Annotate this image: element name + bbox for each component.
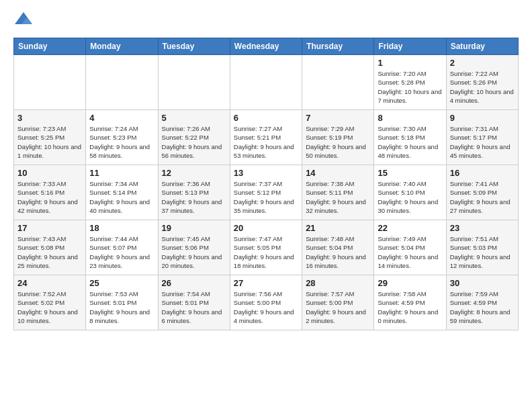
calendar-cell: 20Sunrise: 7:47 AM Sunset: 5:05 PM Dayli… — [230, 220, 302, 275]
calendar-cell: 5Sunrise: 7:26 AM Sunset: 5:22 PM Daylig… — [158, 110, 230, 165]
day-info: Sunrise: 7:31 AM Sunset: 5:17 PM Dayligh… — [450, 124, 515, 160]
day-info: Sunrise: 7:48 AM Sunset: 5:04 PM Dayligh… — [306, 234, 370, 270]
day-info: Sunrise: 7:43 AM Sunset: 5:08 PM Dayligh… — [17, 234, 82, 270]
day-number: 30 — [450, 278, 515, 288]
day-info: Sunrise: 7:30 AM Sunset: 5:18 PM Dayligh… — [378, 124, 442, 160]
day-info: Sunrise: 7:29 AM Sunset: 5:19 PM Dayligh… — [306, 124, 370, 160]
day-info: Sunrise: 7:49 AM Sunset: 5:04 PM Dayligh… — [378, 234, 442, 270]
calendar-cell: 12Sunrise: 7:36 AM Sunset: 5:13 PM Dayli… — [158, 165, 230, 220]
calendar-cell: 10Sunrise: 7:33 AM Sunset: 5:16 PM Dayli… — [14, 165, 86, 220]
day-info: Sunrise: 7:51 AM Sunset: 5:03 PM Dayligh… — [450, 234, 515, 270]
calendar-cell: 25Sunrise: 7:53 AM Sunset: 5:01 PM Dayli… — [86, 275, 158, 330]
weekday-header-saturday: Saturday — [446, 38, 518, 55]
weekday-header-row: SundayMondayTuesdayWednesdayThursdayFrid… — [14, 38, 519, 55]
day-number: 4 — [89, 113, 154, 123]
calendar-cell: 13Sunrise: 7:37 AM Sunset: 5:12 PM Dayli… — [230, 165, 302, 220]
calendar-cell: 21Sunrise: 7:48 AM Sunset: 5:04 PM Dayli… — [302, 220, 374, 275]
day-info: Sunrise: 7:27 AM Sunset: 5:21 PM Dayligh… — [234, 124, 298, 160]
calendar-cell: 27Sunrise: 7:56 AM Sunset: 5:00 PM Dayli… — [230, 275, 302, 330]
calendar-cell: 18Sunrise: 7:44 AM Sunset: 5:07 PM Dayli… — [86, 220, 158, 275]
day-number: 14 — [306, 168, 370, 178]
day-number: 9 — [450, 113, 515, 123]
day-info: Sunrise: 7:52 AM Sunset: 5:02 PM Dayligh… — [17, 289, 82, 325]
weekday-header-sunday: Sunday — [14, 38, 86, 55]
calendar-cell: 3Sunrise: 7:23 AM Sunset: 5:25 PM Daylig… — [14, 110, 86, 165]
day-number: 25 — [89, 278, 154, 288]
calendar-cell: 7Sunrise: 7:29 AM Sunset: 5:19 PM Daylig… — [302, 110, 374, 165]
day-number: 21 — [306, 223, 370, 233]
day-number: 16 — [450, 168, 515, 178]
calendar-cell: 28Sunrise: 7:57 AM Sunset: 5:00 PM Dayli… — [302, 275, 374, 330]
calendar-table: SundayMondayTuesdayWednesdayThursdayFrid… — [13, 38, 519, 330]
weekday-header-friday: Friday — [374, 38, 446, 55]
day-info: Sunrise: 7:36 AM Sunset: 5:13 PM Dayligh… — [162, 179, 226, 215]
day-number: 20 — [234, 223, 298, 233]
day-info: Sunrise: 7:26 AM Sunset: 5:22 PM Dayligh… — [162, 124, 226, 160]
day-number: 7 — [306, 113, 370, 123]
day-info: Sunrise: 7:44 AM Sunset: 5:07 PM Dayligh… — [89, 234, 154, 270]
day-info: Sunrise: 7:41 AM Sunset: 5:09 PM Dayligh… — [450, 179, 515, 215]
calendar-cell — [158, 55, 230, 110]
day-info: Sunrise: 7:53 AM Sunset: 5:01 PM Dayligh… — [89, 289, 154, 325]
calendar-cell: 22Sunrise: 7:49 AM Sunset: 5:04 PM Dayli… — [374, 220, 446, 275]
day-number: 17 — [17, 223, 82, 233]
weekday-header-monday: Monday — [86, 38, 158, 55]
calendar-cell: 9Sunrise: 7:31 AM Sunset: 5:17 PM Daylig… — [446, 110, 518, 165]
calendar-week-5: 24Sunrise: 7:52 AM Sunset: 5:02 PM Dayli… — [14, 275, 519, 330]
day-info: Sunrise: 7:24 AM Sunset: 5:23 PM Dayligh… — [89, 124, 154, 160]
calendar-cell: 26Sunrise: 7:54 AM Sunset: 5:01 PM Dayli… — [158, 275, 230, 330]
day-number: 13 — [234, 168, 298, 178]
calendar-cell: 15Sunrise: 7:40 AM Sunset: 5:10 PM Dayli… — [374, 165, 446, 220]
day-number: 15 — [378, 168, 442, 178]
day-number: 22 — [378, 223, 442, 233]
calendar-cell: 2Sunrise: 7:22 AM Sunset: 5:26 PM Daylig… — [446, 55, 518, 110]
calendar-cell — [230, 55, 302, 110]
calendar-cell: 6Sunrise: 7:27 AM Sunset: 5:21 PM Daylig… — [230, 110, 302, 165]
calendar-cell — [86, 55, 158, 110]
calendar-cell: 30Sunrise: 7:59 AM Sunset: 4:59 PM Dayli… — [446, 275, 518, 330]
day-info: Sunrise: 7:38 AM Sunset: 5:11 PM Dayligh… — [306, 179, 370, 215]
calendar-week-1: 1Sunrise: 7:20 AM Sunset: 5:28 PM Daylig… — [14, 55, 519, 110]
calendar-week-2: 3Sunrise: 7:23 AM Sunset: 5:25 PM Daylig… — [14, 110, 519, 165]
calendar-week-4: 17Sunrise: 7:43 AM Sunset: 5:08 PM Dayli… — [14, 220, 519, 275]
day-number: 28 — [306, 278, 370, 288]
day-number: 11 — [89, 168, 154, 178]
day-info: Sunrise: 7:34 AM Sunset: 5:14 PM Dayligh… — [89, 179, 154, 215]
calendar-cell: 4Sunrise: 7:24 AM Sunset: 5:23 PM Daylig… — [86, 110, 158, 165]
day-number: 18 — [89, 223, 154, 233]
calendar-cell: 24Sunrise: 7:52 AM Sunset: 5:02 PM Dayli… — [14, 275, 86, 330]
day-number: 2 — [450, 58, 515, 68]
day-info: Sunrise: 7:23 AM Sunset: 5:25 PM Dayligh… — [17, 124, 82, 160]
weekday-header-tuesday: Tuesday — [158, 38, 230, 55]
calendar-cell — [14, 55, 86, 110]
day-number: 6 — [234, 113, 298, 123]
day-info: Sunrise: 7:59 AM Sunset: 4:59 PM Dayligh… — [450, 289, 515, 325]
logo-icon — [13, 11, 34, 31]
day-number: 23 — [450, 223, 515, 233]
calendar-cell: 11Sunrise: 7:34 AM Sunset: 5:14 PM Dayli… — [86, 165, 158, 220]
day-number: 8 — [378, 113, 442, 123]
day-info: Sunrise: 7:47 AM Sunset: 5:05 PM Dayligh… — [234, 234, 298, 270]
day-info: Sunrise: 7:40 AM Sunset: 5:10 PM Dayligh… — [378, 179, 442, 215]
logo — [13, 11, 36, 31]
day-info: Sunrise: 7:22 AM Sunset: 5:26 PM Dayligh… — [450, 69, 515, 105]
page-container: SundayMondayTuesdayWednesdayThursdayFrid… — [0, 0, 532, 337]
day-number: 10 — [17, 168, 82, 178]
calendar-cell: 29Sunrise: 7:58 AM Sunset: 4:59 PM Dayli… — [374, 275, 446, 330]
day-info: Sunrise: 7:58 AM Sunset: 4:59 PM Dayligh… — [378, 289, 442, 325]
day-number: 12 — [162, 168, 226, 178]
day-info: Sunrise: 7:37 AM Sunset: 5:12 PM Dayligh… — [234, 179, 298, 215]
day-number: 27 — [234, 278, 298, 288]
day-number: 3 — [17, 113, 82, 123]
calendar-cell: 8Sunrise: 7:30 AM Sunset: 5:18 PM Daylig… — [374, 110, 446, 165]
day-number: 29 — [378, 278, 442, 288]
calendar-cell: 19Sunrise: 7:45 AM Sunset: 5:06 PM Dayli… — [158, 220, 230, 275]
calendar-cell: 17Sunrise: 7:43 AM Sunset: 5:08 PM Dayli… — [14, 220, 86, 275]
day-info: Sunrise: 7:45 AM Sunset: 5:06 PM Dayligh… — [162, 234, 226, 270]
calendar-week-3: 10Sunrise: 7:33 AM Sunset: 5:16 PM Dayli… — [14, 165, 519, 220]
weekday-header-wednesday: Wednesday — [230, 38, 302, 55]
day-number: 1 — [378, 58, 442, 68]
day-number: 19 — [162, 223, 226, 233]
day-info: Sunrise: 7:20 AM Sunset: 5:28 PM Dayligh… — [378, 69, 442, 105]
weekday-header-thursday: Thursday — [302, 38, 374, 55]
